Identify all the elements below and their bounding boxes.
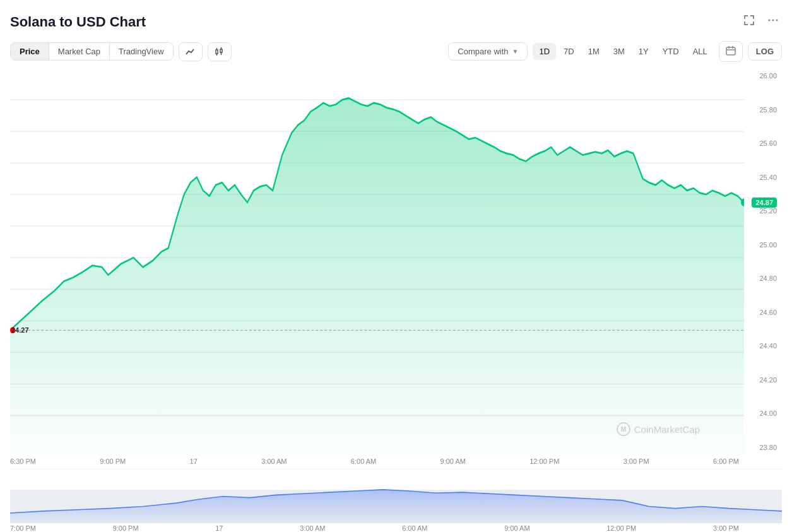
mini-x-label: 12:00 PM <box>606 524 636 532</box>
log-button[interactable]: LOG <box>748 42 782 61</box>
tab-market-cap[interactable]: Market Cap <box>49 43 110 60</box>
calendar-button[interactable] <box>719 41 743 62</box>
chart-container: Solana to USD Chart Price <box>0 0 792 532</box>
x-label: 12:00 PM <box>529 458 559 465</box>
svg-rect-9 <box>726 47 735 55</box>
mini-chart-wrapper: 7:00 PM 9:00 PM 17 3:00 AM 6:00 AM 9:00 … <box>10 469 782 532</box>
x-label: 6:30 PM <box>10 458 36 465</box>
time-1d[interactable]: 1D <box>533 43 556 60</box>
y-label: 24.40 <box>744 342 777 350</box>
chart-header: Solana to USD Chart <box>10 11 782 32</box>
compare-label: Compare with <box>458 47 508 56</box>
tab-price[interactable]: Price <box>11 43 49 60</box>
mini-x-label: 9:00 AM <box>504 524 529 532</box>
page-title: Solana to USD Chart <box>10 14 146 30</box>
time-1m[interactable]: 1M <box>582 43 606 60</box>
time-range-group: 1D 7D 1M 3M 1Y YTD ALL <box>533 43 713 60</box>
mini-chart-svg <box>10 470 782 523</box>
x-label: 3:00 AM <box>261 458 287 465</box>
y-label: 24.60 <box>744 309 777 316</box>
y-label: 25.20 <box>744 207 777 215</box>
x-label: 6:00 AM <box>351 458 376 465</box>
y-label: 25.60 <box>744 139 777 147</box>
more-options-icon[interactable] <box>764 11 782 32</box>
time-all[interactable]: ALL <box>687 43 714 60</box>
x-axis: 6:30 PM 9:00 PM 17 3:00 AM 6:00 AM 9:00 … <box>10 455 782 466</box>
expand-icon[interactable] <box>740 11 758 32</box>
header-actions <box>740 11 782 32</box>
toolbar: Price Market Cap TradingView Compare wit… <box>10 41 782 62</box>
y-label: 25.40 <box>744 174 777 181</box>
x-label: 9:00 AM <box>440 458 466 465</box>
candle-chart-button[interactable] <box>208 42 232 61</box>
y-label: 24.00 <box>744 410 777 417</box>
svg-point-1 <box>772 20 774 21</box>
svg-point-2 <box>776 20 778 21</box>
compare-with-button[interactable]: Compare with ▼ <box>448 42 528 61</box>
y-label: 24.20 <box>744 376 777 384</box>
mini-x-axis: 7:00 PM 9:00 PM 17 3:00 AM 6:00 AM 9:00 … <box>10 523 782 532</box>
chart-type-tabs: Price Market Cap TradingView <box>10 42 174 61</box>
time-7d[interactable]: 7D <box>557 43 581 60</box>
chart-area: 24.27 24.87 M CoinMarketCap 26.00 <box>10 68 782 532</box>
time-1y[interactable]: 1Y <box>632 43 655 60</box>
svg-point-0 <box>769 20 771 21</box>
chart-with-yaxis: 24.27 24.87 M CoinMarketCap 26.00 <box>10 68 782 455</box>
y-axis: 26.00 25.80 25.60 25.40 25.20 25.00 24.8… <box>744 68 782 455</box>
time-ytd[interactable]: YTD <box>656 43 685 60</box>
y-label: 23.80 <box>744 444 777 451</box>
y-label: 25.00 <box>744 241 777 249</box>
mini-x-label: 7:00 PM <box>10 524 36 532</box>
x-label: 6:00 PM <box>713 458 739 465</box>
chevron-down-icon: ▼ <box>512 48 519 55</box>
mini-x-label: 17 <box>215 524 223 532</box>
x-label: 17 <box>190 458 198 465</box>
main-chart-wrapper: 24.27 24.87 M CoinMarketCap 26.00 <box>10 68 782 532</box>
mini-x-label: 9:00 PM <box>113 524 139 532</box>
y-label: 26.00 <box>744 72 777 80</box>
x-label: 3:00 PM <box>624 458 649 465</box>
mini-x-label: 3:00 AM <box>300 524 325 532</box>
tab-trading-view[interactable]: TradingView <box>110 43 173 60</box>
current-price-label: 24.87 <box>752 198 777 208</box>
y-label: 25.80 <box>744 106 777 114</box>
open-price-label: 24.27 <box>11 326 29 334</box>
time-3m[interactable]: 3M <box>607 43 631 60</box>
price-chart-svg-area: 24.27 24.87 M CoinMarketCap <box>10 68 744 455</box>
svg-rect-3 <box>216 50 218 54</box>
x-label: 9:00 PM <box>100 458 126 465</box>
mini-x-label: 6:00 AM <box>402 524 427 532</box>
y-label: 24.80 <box>744 275 777 282</box>
line-chart-button[interactable] <box>179 42 203 61</box>
svg-rect-6 <box>220 49 222 52</box>
mini-x-label: 3:00 PM <box>713 524 739 532</box>
